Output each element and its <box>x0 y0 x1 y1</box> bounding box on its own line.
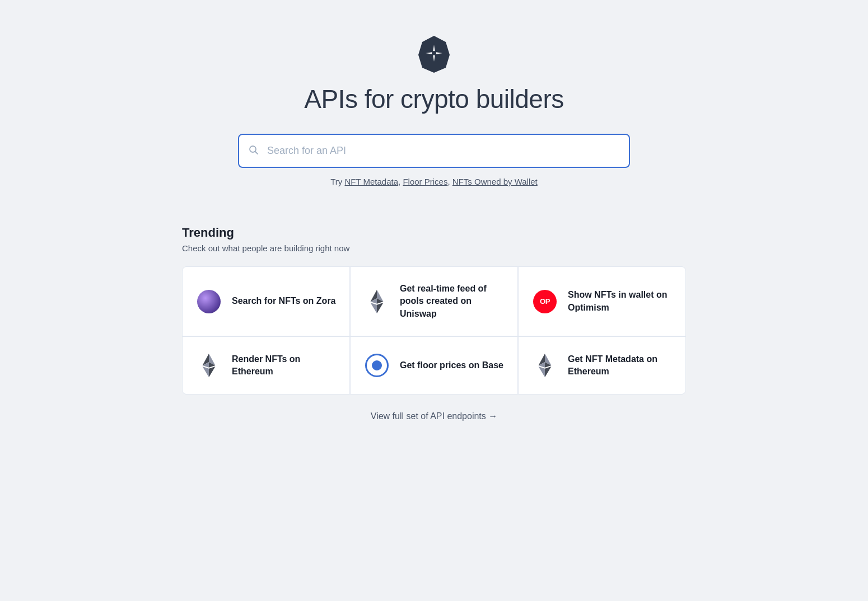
suggestion-nfts-owned[interactable]: NFTs Owned by Wallet <box>452 177 538 186</box>
card-label: Get real-time feed of pools created on U… <box>400 283 504 320</box>
svg-point-2 <box>432 51 436 55</box>
base-icon <box>364 353 390 378</box>
op-icon: OP <box>532 289 558 314</box>
svg-marker-15 <box>209 367 215 377</box>
page-title: APIs for crypto builders <box>304 84 564 114</box>
card-label: Get floor prices on Base <box>400 359 503 372</box>
trending-section: Trending Check out what people are build… <box>182 226 686 421</box>
svg-marker-22 <box>539 367 545 377</box>
trending-title: Trending <box>182 226 686 240</box>
suggestions-prefix: Try <box>330 177 344 186</box>
card-label: Get NFT Metadata on Ethereum <box>568 353 672 378</box>
card-zora-nft-search[interactable]: Search for NFTs on Zora <box>183 267 349 336</box>
search-suggestions: Try NFT Metadata, Floor Prices, NFTs Own… <box>330 177 538 186</box>
svg-marker-10 <box>371 302 377 313</box>
card-uniswap-pools[interactable]: Get real-time feed of pools created on U… <box>351 267 517 336</box>
logo-icon <box>414 34 454 73</box>
search-icon <box>248 144 259 158</box>
suggestion-nft-metadata[interactable]: NFT Metadata <box>344 177 398 186</box>
card-base-floor-prices[interactable]: Get floor prices on Base <box>351 337 517 394</box>
svg-marker-21 <box>545 367 551 377</box>
svg-marker-9 <box>377 302 383 313</box>
card-label: Search for NFTs on Zora <box>232 295 336 307</box>
eth-icon-render <box>196 353 222 378</box>
trending-cards-grid: Search for NFTs on Zora Get real-time fe… <box>182 266 686 395</box>
card-optimism-wallet[interactable]: OP Show NFTs in wallet on Optimism <box>519 267 685 336</box>
suggestion-floor-prices[interactable]: Floor Prices <box>403 177 447 186</box>
svg-line-4 <box>255 151 258 154</box>
zora-icon <box>196 289 222 314</box>
card-render-eth-nfts[interactable]: Render NFTs on Ethereum <box>183 337 349 394</box>
eth-icon-metadata <box>532 353 558 378</box>
card-eth-nft-metadata[interactable]: Get NFT Metadata on Ethereum <box>519 337 685 394</box>
search-input[interactable] <box>238 134 630 168</box>
view-all-endpoints-link[interactable]: View full set of API endpoints → <box>182 411 686 421</box>
header-section: APIs for crypto builders Try NFT Metadat… <box>11 34 857 186</box>
card-label: Render NFTs on Ethereum <box>232 353 336 378</box>
trending-subtitle: Check out what people are building right… <box>182 243 686 253</box>
search-container <box>238 134 630 168</box>
eth-icon-uniswap <box>364 289 390 314</box>
card-label: Show NFTs in wallet on Optimism <box>568 289 672 314</box>
svg-marker-16 <box>203 367 209 377</box>
